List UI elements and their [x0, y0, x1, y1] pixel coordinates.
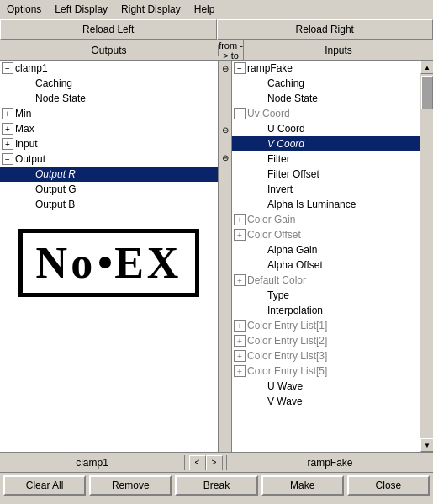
scroll-track[interactable] — [420, 74, 433, 438]
right-tree-item[interactable]: Filter Offset — [232, 167, 420, 182]
tree-toggle-plus[interactable]: + — [234, 365, 246, 377]
left-tree-item[interactable]: Output B — [0, 197, 218, 212]
connector-mid1: ⊖ — [222, 125, 229, 135]
make-button[interactable]: Make — [261, 475, 344, 496]
logo-n: N — [36, 238, 71, 288]
right-tree-item[interactable]: Caching — [232, 76, 420, 91]
left-tree-item[interactable]: −clamp1 — [0, 61, 218, 76]
right-tree-item[interactable]: +Color Entry List[5] — [232, 363, 420, 379]
tree-toggle-plus[interactable]: + — [234, 229, 246, 241]
main-content: −clamp1CachingNode State+Min+Max+Input−O… — [0, 61, 433, 453]
left-tree-item[interactable]: +Min — [0, 106, 218, 121]
right-tree-item[interactable]: Filter — [232, 151, 420, 167]
tree-toggle-plus[interactable]: + — [234, 350, 246, 362]
right-tree-item[interactable]: −Uv Coord — [232, 106, 420, 121]
tree-item-label: Color Entry List[1] — [247, 320, 327, 332]
tree-item-label: Node State — [267, 93, 318, 104]
tree-toggle-plus[interactable]: + — [2, 108, 13, 119]
tree-toggle-plus[interactable]: + — [234, 335, 246, 347]
tree-toggle-plus[interactable]: + — [2, 138, 13, 150]
tree-item-label: Output G — [35, 183, 77, 195]
tree-item-label: Output — [15, 153, 45, 165]
tree-item-label: Type — [267, 289, 289, 301]
right-panel[interactable]: −rampFakeCachingNode State−Uv CoordU Coo… — [232, 61, 420, 452]
menu-help[interactable]: Help — [191, 2, 219, 17]
reload-left-button[interactable]: Reload Left — [0, 19, 217, 40]
left-tree-item[interactable]: Caching — [0, 76, 218, 91]
left-tree-item[interactable]: Node State — [0, 91, 218, 106]
tree-toggle-minus[interactable]: − — [234, 62, 246, 74]
connector-column: ⊖ ⊖ ⊖ — [219, 61, 232, 452]
inputs-header: Inputs — [244, 45, 433, 56]
connector-top: ⊖ — [222, 64, 229, 73]
right-tree-item[interactable]: Interpolation — [232, 303, 420, 318]
tree-toggle-plus[interactable]: + — [2, 123, 13, 135]
toolbar: Reload Left Reload Right — [0, 19, 433, 40]
right-tree-item[interactable]: Node State — [232, 91, 420, 106]
tree-item-label: Node State — [35, 93, 86, 104]
scroll-down-button[interactable]: ▼ — [420, 438, 433, 452]
left-tree-item[interactable]: −Output — [0, 151, 218, 167]
tree-item-label: Filter Offset — [267, 168, 319, 180]
menu-options[interactable]: Options — [3, 2, 45, 17]
scroll-thumb[interactable] — [421, 76, 433, 109]
right-tree-item[interactable]: V Coord — [232, 136, 420, 151]
close-button[interactable]: Close — [347, 475, 430, 496]
right-tree-item[interactable]: +Color Entry List[2] — [232, 333, 420, 348]
remove-button[interactable]: Remove — [89, 475, 172, 496]
tree-item-label: V Wave — [267, 395, 303, 407]
connector-mid2: ⊖ — [222, 153, 229, 162]
status-left-node: clamp1 — [0, 455, 185, 470]
from-to-header: from -> to — [219, 40, 244, 61]
right-tree-item[interactable]: +Color Entry List[3] — [232, 348, 420, 363]
menu-left-display[interactable]: Left Display — [51, 2, 111, 17]
logo-o: o — [71, 238, 96, 288]
tree-item-label: Min — [15, 108, 31, 119]
logo-ex: EX — [114, 238, 182, 288]
right-tree-item[interactable]: Type — [232, 288, 420, 303]
reload-right-button[interactable]: Reload Right — [217, 19, 434, 40]
tree-item-label: Max — [15, 123, 34, 135]
right-tree-item[interactable]: U Wave — [232, 379, 420, 394]
tree-toggle-minus[interactable]: − — [2, 153, 13, 165]
status-bar: clamp1 < > rampFake — [0, 453, 433, 473]
tree-item-label: Output R — [35, 168, 76, 180]
right-tree-item[interactable]: Invert — [232, 182, 420, 197]
right-tree-item[interactable]: +Color Offset — [232, 227, 420, 242]
right-tree-item[interactable]: +Color Gain — [232, 212, 420, 227]
tree-toggle-plus[interactable]: + — [234, 320, 246, 332]
right-tree-item[interactable]: Alpha Offset — [232, 257, 420, 273]
clear-all-button[interactable]: Clear All — [3, 475, 86, 496]
tree-item-label: Color Gain — [247, 214, 295, 225]
left-tree-item[interactable]: +Input — [0, 136, 218, 151]
left-tree-item[interactable]: +Max — [0, 121, 218, 136]
left-tree-item[interactable]: Output R — [0, 167, 218, 182]
left-panel[interactable]: −clamp1CachingNode State+Min+Max+Input−O… — [0, 61, 219, 452]
tree-item-label: Caching — [267, 77, 304, 89]
nav-prev-button[interactable]: < — [189, 455, 206, 470]
tree-toggle-minus[interactable]: − — [234, 108, 246, 119]
menubar: Options Left Display Right Display Help — [0, 0, 433, 19]
right-tree-item[interactable]: Alpha Is Luminance — [232, 197, 420, 212]
scroll-up-button[interactable]: ▲ — [420, 61, 433, 74]
logo-dot-icon — [99, 257, 111, 268]
left-tree-item[interactable]: Output G — [0, 182, 218, 197]
right-tree-item[interactable]: +Color Entry List[1] — [232, 318, 420, 333]
tree-toggle-plus[interactable]: + — [234, 214, 246, 225]
right-tree-item[interactable]: U Coord — [232, 121, 420, 136]
tree-item-label: U Coord — [267, 123, 305, 135]
scrollbar[interactable]: ▲ ▼ — [420, 61, 433, 452]
right-tree-item[interactable]: +Default Color — [232, 273, 420, 288]
tree-item-label: Invert — [267, 183, 293, 195]
tree-toggle-plus[interactable]: + — [234, 274, 246, 286]
right-tree-item[interactable]: Alpha Gain — [232, 242, 420, 257]
menu-right-display[interactable]: Right Display — [118, 2, 184, 17]
right-tree-item[interactable]: −rampFake — [232, 61, 420, 76]
right-tree-item[interactable]: V Wave — [232, 394, 420, 409]
tree-toggle-minus[interactable]: − — [2, 62, 13, 74]
tree-item-label: V Coord — [267, 138, 304, 150]
break-button[interactable]: Break — [175, 475, 257, 496]
tree-item-label: Alpha Offset — [267, 259, 323, 271]
tree-item-label: Color Entry List[2] — [247, 335, 327, 347]
nav-next-button[interactable]: > — [206, 455, 223, 470]
